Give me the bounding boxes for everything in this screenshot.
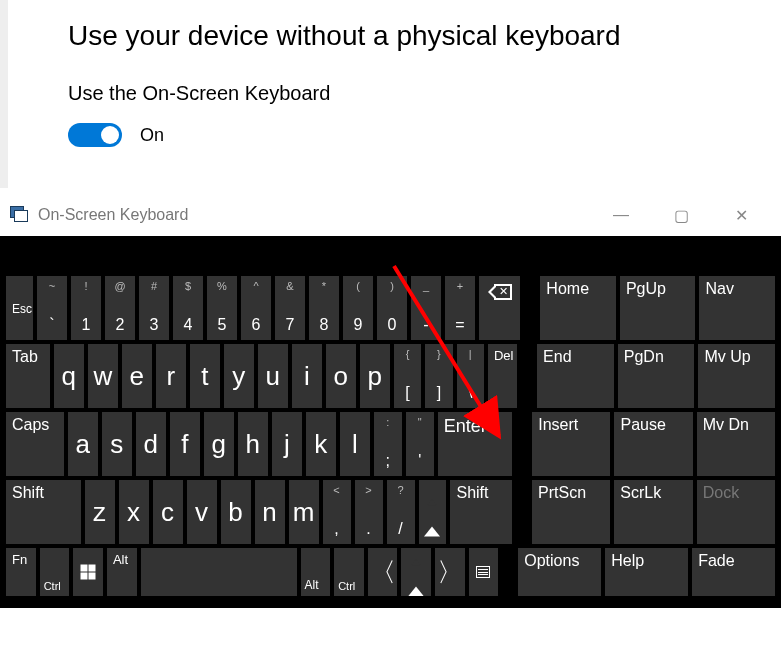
osk-app-icon	[10, 206, 30, 224]
key-x[interactable]: x	[119, 480, 149, 544]
windows-icon	[81, 565, 96, 580]
key-u[interactable]: u	[258, 344, 288, 408]
key-mvdn[interactable]: Mv Dn	[697, 412, 775, 476]
key-backslash[interactable]: |\	[457, 344, 484, 408]
key-4[interactable]: $4	[173, 276, 203, 340]
key-9[interactable]: (9	[343, 276, 373, 340]
key-slash[interactable]: ?/	[387, 480, 415, 544]
key-c[interactable]: c	[153, 480, 183, 544]
key-lalt[interactable]: Alt	[107, 548, 137, 596]
key-3[interactable]: #3	[139, 276, 169, 340]
key-scrlk[interactable]: ScrLk	[614, 480, 692, 544]
key-period[interactable]: >.	[355, 480, 383, 544]
chevron-down-icon	[408, 557, 424, 588]
key-v[interactable]: v	[187, 480, 217, 544]
key-caps[interactable]: Caps	[6, 412, 64, 476]
key-m[interactable]: m	[289, 480, 319, 544]
key-5[interactable]: %5	[207, 276, 237, 340]
key-1[interactable]: !1	[71, 276, 101, 340]
key-help[interactable]: Help	[605, 548, 688, 596]
key-menu[interactable]	[469, 548, 499, 596]
key-d[interactable]: d	[136, 412, 166, 476]
key-6[interactable]: ^6	[241, 276, 271, 340]
key-g[interactable]: g	[204, 412, 234, 476]
key-del[interactable]: Del	[488, 344, 517, 408]
key-l[interactable]: l	[340, 412, 370, 476]
key-q[interactable]: q	[54, 344, 84, 408]
key-2[interactable]: @2	[105, 276, 135, 340]
maximize-button[interactable]: ▢	[651, 196, 711, 234]
key-z[interactable]: z	[85, 480, 115, 544]
key-a[interactable]: a	[68, 412, 98, 476]
key-space[interactable]	[141, 548, 297, 596]
toggle-state-label: On	[140, 125, 164, 146]
key-semicolon[interactable]: :;	[374, 412, 402, 476]
key-lctrl[interactable]: Ctrl	[40, 548, 70, 596]
osk-toggle[interactable]	[68, 123, 122, 147]
key-n[interactable]: n	[255, 480, 285, 544]
key-backspace[interactable]: ✕	[479, 276, 520, 340]
key-8[interactable]: *8	[309, 276, 339, 340]
key-home[interactable]: Home	[540, 276, 616, 340]
key-enter[interactable]: Enter	[438, 412, 513, 476]
key-fade[interactable]: Fade	[692, 548, 775, 596]
key-comma[interactable]: <,	[323, 480, 351, 544]
key-win[interactable]	[73, 548, 103, 596]
key-=[interactable]: +=	[445, 276, 475, 340]
key-j[interactable]: j	[272, 412, 302, 476]
menu-icon	[476, 566, 490, 578]
key-esc[interactable]: Esc	[6, 276, 33, 340]
key-bracket-close[interactable]: }]	[425, 344, 452, 408]
key-fn[interactable]: Fn	[6, 548, 36, 596]
key-end[interactable]: End	[537, 344, 614, 408]
key-rshift[interactable]: Shift	[450, 480, 512, 544]
key-t[interactable]: t	[190, 344, 220, 408]
key-7[interactable]: &7	[275, 276, 305, 340]
key-nav[interactable]: Nav	[699, 276, 775, 340]
osk-window: On-Screen Keyboard — ▢ ✕ Esc ~`!1@2#3$4%…	[0, 194, 781, 608]
key-p[interactable]: p	[360, 344, 390, 408]
key-0[interactable]: )0	[377, 276, 407, 340]
key-s[interactable]: s	[102, 412, 132, 476]
minimize-button[interactable]: —	[591, 196, 651, 234]
key-quote[interactable]: "'	[406, 412, 434, 476]
key--[interactable]: _-	[411, 276, 441, 340]
key-tab[interactable]: Tab	[6, 344, 50, 408]
toggle-knob	[101, 126, 119, 144]
backspace-icon: ✕	[488, 282, 512, 305]
osk-board: Esc ~`!1@2#3$4%5^6&7*8(9)0_-+= ✕ Home Pg…	[0, 236, 781, 608]
key-ralt[interactable]: Alt	[301, 548, 331, 596]
chevron-left-icon: 〈	[370, 559, 396, 585]
key-insert[interactable]: Insert	[532, 412, 610, 476]
key-pgdn[interactable]: PgDn	[618, 344, 695, 408]
key-f[interactable]: f	[170, 412, 200, 476]
key-b[interactable]: b	[221, 480, 251, 544]
key-k[interactable]: k	[306, 412, 336, 476]
osk-titlebar[interactable]: On-Screen Keyboard — ▢ ✕	[0, 194, 781, 236]
key-i[interactable]: i	[292, 344, 322, 408]
key-r[interactable]: r	[156, 344, 186, 408]
key-options[interactable]: Options	[518, 548, 601, 596]
key-o[interactable]: o	[326, 344, 356, 408]
key-right[interactable]: 〉	[435, 548, 465, 596]
key-left[interactable]: 〈	[368, 548, 398, 596]
section-subhead: Use the On-Screen Keyboard	[68, 82, 781, 105]
key-up[interactable]	[419, 480, 447, 544]
key-dock[interactable]: Dock	[697, 480, 775, 544]
key-mvup[interactable]: Mv Up	[698, 344, 775, 408]
key-down[interactable]	[401, 548, 431, 596]
key-lshift[interactable]: Shift	[6, 480, 81, 544]
key-y[interactable]: y	[224, 344, 254, 408]
key-e[interactable]: e	[122, 344, 152, 408]
key-prtscn[interactable]: PrtScn	[532, 480, 610, 544]
key-`[interactable]: ~`	[37, 276, 67, 340]
key-bracket-open[interactable]: {[	[394, 344, 421, 408]
key-pause[interactable]: Pause	[614, 412, 692, 476]
chevron-up-icon	[424, 497, 440, 528]
close-button[interactable]: ✕	[711, 196, 771, 234]
key-pgup[interactable]: PgUp	[620, 276, 696, 340]
key-rctrl[interactable]: Ctrl	[334, 548, 364, 596]
chevron-right-icon: 〉	[437, 559, 463, 585]
key-w[interactable]: w	[88, 344, 118, 408]
key-h[interactable]: h	[238, 412, 268, 476]
